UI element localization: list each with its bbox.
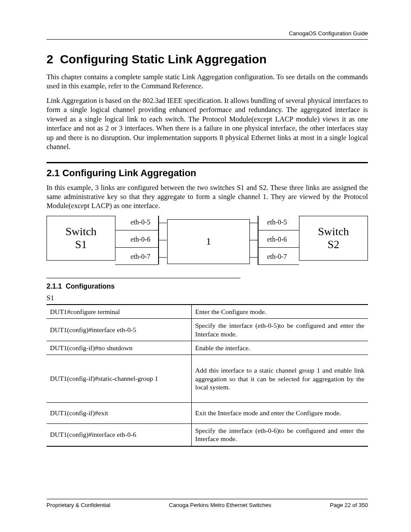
desc-cell: Enter the Configure mode.: [192, 305, 368, 319]
table-row: DUT1(config-if)#no shutdown Enable the i…: [47, 341, 368, 355]
cmd-cell: DUT1(config)#interface eth-0-6: [47, 423, 192, 446]
section-number: 2.1: [47, 168, 60, 178]
diagram-line: [258, 230, 299, 231]
diagram-link: [249, 257, 258, 258]
intro-paragraph-1: This chapter contains a complete sample …: [47, 72, 368, 91]
s2-port-0: eth-0-5: [260, 218, 294, 226]
section-title: Configuring Link Aggregation: [62, 168, 196, 178]
section-heading: 2.1 Configuring Link Aggregation: [47, 168, 368, 179]
diagram-line: [115, 247, 158, 248]
switch-s2-line1: Switch: [318, 225, 349, 238]
desc-cell: Add this interface to a static channel g…: [192, 355, 368, 403]
s1-port-0: eth-0-5: [123, 218, 158, 226]
diagram-link: [249, 223, 258, 224]
subsection-rule: [47, 278, 240, 278]
diagram-link: [249, 240, 258, 241]
desc-cell: Enable the interface.: [192, 341, 368, 355]
footer-left: Proprietary & Confidential: [47, 502, 110, 508]
footer-right: Page 22 of 350: [330, 502, 368, 508]
table-row: DUT1(config-if)#exit Exit the Interface …: [47, 403, 368, 423]
chapter-number: 2: [47, 53, 53, 66]
header-right: CanogaOS Configuration Guide: [47, 30, 368, 37]
desc-cell: Exit the Interface mode and enter the Co…: [192, 403, 368, 423]
device-label: S1: [47, 294, 368, 302]
s2-port-1: eth-0-6: [260, 236, 294, 243]
s1-port-1: eth-0-6: [123, 236, 158, 243]
chapter-heading: 2 Configuring Static Link Aggregation: [47, 53, 368, 66]
table-row: DUT1(config)#interface eth-0-5 Specify t…: [47, 319, 368, 341]
table-row: DUT1#configure terminal Enter the Config…: [47, 305, 368, 319]
table-row: DUT1(config)#interface eth-0-6 Specify t…: [47, 423, 368, 446]
diagram-link: [158, 223, 167, 224]
s2-port-2: eth-0-7: [260, 253, 294, 261]
s1-port-2: eth-0-7: [123, 253, 158, 261]
footer: Proprietary & Confidential Canoga Perkin…: [47, 499, 368, 508]
footer-rule: [47, 499, 368, 499]
desc-cell: Specify the interface (eth-0-6)to be con…: [192, 423, 368, 446]
section-body: In this example, 3 links are configured …: [47, 183, 368, 211]
subsection-title: Configurations: [65, 283, 115, 290]
cmd-cell: DUT1(config-if)#exit: [47, 403, 192, 423]
diagram-line: [115, 230, 158, 231]
diagram-link: [158, 240, 167, 241]
cmd-cell: DUT1(config)#interface eth-0-5: [47, 319, 192, 341]
cmd-cell: DUT1(config-if)#static-channel-group 1: [47, 355, 192, 403]
desc-cell: Specify the interface (eth-0-5)to be con…: [192, 319, 368, 341]
table-row: DUT1(config-if)#static-channel-group 1 A…: [47, 355, 368, 403]
diagram-line: [115, 264, 158, 265]
diagram-line: [258, 264, 299, 265]
topology-diagram: Switch S1 Switch S2 eth-0-5 eth-0-6 eth-…: [47, 216, 368, 269]
switch-s2-line2: S2: [327, 238, 339, 251]
switch-s1-line2: S1: [75, 238, 87, 251]
channel-label: 1: [206, 236, 211, 247]
switch-s1-line1: Switch: [65, 225, 97, 238]
header-rule: [47, 39, 368, 40]
config-table: DUT1#configure terminal Enter the Config…: [47, 304, 368, 447]
switch-s2-box: Switch S2: [299, 216, 368, 261]
switch-s1-box: Switch S1: [47, 216, 115, 261]
cmd-cell: DUT1#configure terminal: [47, 305, 192, 319]
section-rule: [47, 162, 368, 163]
subsection-number: 2.1.1: [47, 283, 62, 290]
intro-paragraph-2: Link Aggregation is based on the 802.3ad…: [47, 96, 368, 152]
diagram-link: [158, 257, 167, 258]
channel-box: 1: [167, 219, 250, 264]
chapter-title: Configuring Static Link Aggregation: [60, 53, 267, 66]
cmd-cell: DUT1(config-if)#no shutdown: [47, 341, 192, 355]
subsection-heading: 2.1.1 Configurations: [47, 283, 368, 290]
page: CanogaOS Configuration Guide 2 Configuri…: [0, 0, 411, 532]
diagram-line: [258, 247, 299, 248]
footer-center: Canoga Perkins Metro Ethernet Switches: [169, 502, 271, 508]
